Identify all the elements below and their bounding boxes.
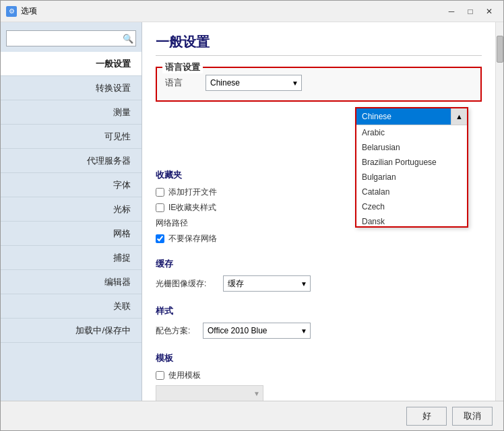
dropdown-up-button[interactable]: ▲ (451, 108, 467, 125)
window-title: 选项 (21, 5, 37, 17)
sidebar: 🔍 一般设置 转换设置 测量 可见性 代理服务器 字体 光标 (1, 22, 142, 401)
template-name-row: ▼ (156, 385, 482, 401)
sidebar-item-capture[interactable]: 捕捉 (1, 246, 141, 270)
cache-section: 缓存 光栅图像缓存: 缓存 不缓存 ▼ (156, 258, 482, 292)
dropdown-item-dansk[interactable]: Dansk (356, 214, 467, 226)
sidebar-item-general[interactable]: 一般设置 (1, 52, 141, 76)
dropdown-item-czech[interactable]: Czech (356, 199, 467, 214)
language-select-wrapper: Chinese Arabic Belarusian Brazilian Port… (206, 75, 302, 91)
style-section: 样式 配色方案: Office 2010 Blue Office 2013 Wh… (156, 305, 482, 339)
theme-select[interactable]: Office 2010 Blue Office 2013 White Dark … (203, 323, 311, 339)
dropdown-item-catalan[interactable]: Catalan (356, 185, 467, 199)
search-box: 🔍 (6, 30, 136, 46)
template-title: 模板 (156, 352, 482, 364)
dropdown-item-belarusian[interactable]: Belarusian (356, 140, 467, 155)
sidebar-item-grid[interactable]: 网格 (1, 222, 141, 246)
add-open-files-label: 添加打开文件 (168, 187, 217, 198)
language-box: 语言设置 语言 Chinese Arabic Belarusian Brazil… (156, 67, 482, 102)
language-dropdown-overlay: Chinese ▲ Arabic Belarusian Brazilian Po… (355, 107, 468, 228)
dropdown-item-arabic[interactable]: Arabic (356, 125, 467, 140)
title-bar: ⚙ 选项 ─ □ ✕ (1, 1, 503, 22)
image-cache-select-wrapper: 缓存 不缓存 ▼ (223, 275, 311, 292)
title-bar-left: ⚙ 选项 (6, 5, 37, 17)
image-cache-select[interactable]: 缓存 不缓存 (223, 275, 311, 292)
network-path-label: 网络路径 (156, 218, 188, 229)
sidebar-item-editor[interactable]: 编辑器 (1, 270, 141, 294)
cache-title: 缓存 (156, 258, 482, 270)
language-select[interactable]: Chinese Arabic Belarusian Brazilian Port… (206, 75, 302, 91)
content-area: 🔍 一般设置 转换设置 测量 可见性 代理服务器 字体 光标 (1, 22, 503, 401)
theme-label: 配色方案: (156, 325, 203, 337)
sidebar-item-font[interactable]: 字体 (1, 173, 141, 197)
no-save-net-label: 不要保存网络 (168, 233, 217, 244)
use-template-label: 使用模板 (168, 370, 201, 381)
bottom-bar: 好 取消 (1, 401, 503, 430)
main-panel: 一般设置 语言设置 语言 Chinese Arabic Belarusian B… (142, 22, 495, 401)
sidebar-item-measure[interactable]: 测量 (1, 100, 141, 125)
maximize-button[interactable]: □ (462, 5, 479, 18)
sidebar-item-visibility[interactable]: 可见性 (1, 125, 141, 149)
dropdown-list: Arabic Belarusian Brazilian Portuguese B… (356, 125, 467, 226)
scroll-thumb[interactable] (497, 36, 503, 63)
sidebar-item-cursor[interactable]: 光标 (1, 197, 141, 222)
add-open-files-checkbox[interactable] (156, 188, 164, 197)
dropdown-header: Chinese ▲ (356, 108, 467, 125)
style-title: 样式 (156, 305, 482, 317)
use-template-checkbox[interactable] (156, 371, 164, 380)
theme-row: 配色方案: Office 2010 Blue Office 2013 White… (156, 323, 482, 339)
cancel-button[interactable]: 取消 (452, 407, 493, 426)
search-input[interactable] (6, 30, 136, 46)
template-section: 模板 使用模板 ▼ (156, 352, 482, 401)
image-cache-label: 光栅图像缓存: (156, 278, 223, 290)
sidebar-item-proxy[interactable]: 代理服务器 (1, 149, 141, 173)
page-title: 一般设置 (156, 33, 482, 56)
dropdown-item-brazilian[interactable]: Brazilian Portuguese (356, 155, 467, 170)
sidebar-item-association[interactable]: 关联 (1, 294, 141, 319)
dropdown-selected-item: Chinese (356, 108, 451, 125)
language-row: 语言 Chinese Arabic Belarusian Brazilian P… (165, 75, 472, 91)
sidebar-item-convert[interactable]: 转换设置 (1, 76, 141, 100)
language-box-label: 语言设置 (162, 61, 203, 73)
language-label: 语言 (165, 77, 206, 89)
template-name-select-wrapper: ▼ (156, 385, 263, 401)
scrollbar (495, 22, 503, 401)
close-button[interactable]: ✕ (480, 5, 498, 18)
language-section: 语言设置 语言 Chinese Arabic Belarusian Brazil… (156, 67, 482, 102)
minimize-button[interactable]: ─ (443, 5, 460, 18)
no-save-net-checkbox[interactable] (156, 234, 164, 243)
image-cache-row: 光栅图像缓存: 缓存 不缓存 ▼ (156, 275, 482, 292)
sidebar-item-loading[interactable]: 加载中/保存中 (1, 319, 141, 343)
template-name-select[interactable] (156, 385, 263, 401)
app-icon: ⚙ (6, 6, 17, 17)
ok-button[interactable]: 好 (406, 407, 447, 426)
ie-favorites-label: IE收藏夹样式 (168, 202, 216, 213)
no-save-net-row: 不要保存网络 (156, 233, 482, 244)
title-bar-controls: ─ □ ✕ (443, 5, 498, 18)
ie-favorites-checkbox[interactable] (156, 203, 164, 212)
use-template-row: 使用模板 (156, 370, 482, 381)
theme-select-wrapper: Office 2010 Blue Office 2013 White Dark … (203, 323, 311, 339)
dropdown-item-bulgarian[interactable]: Bulgarian (356, 170, 467, 185)
main-window: ⚙ 选项 ─ □ ✕ 🔍 一般设置 转换设置 测量 可见性 (0, 0, 504, 431)
search-icon: 🔍 (123, 34, 133, 44)
